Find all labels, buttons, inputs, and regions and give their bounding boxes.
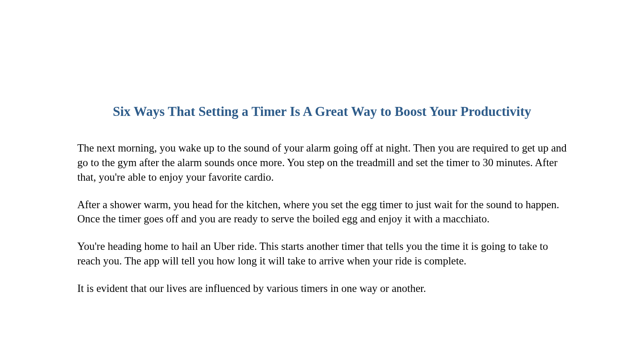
document-title: Six Ways That Setting a Timer Is A Great… <box>77 103 567 120</box>
paragraph-2: After a shower warm, you head for the ki… <box>77 197 567 227</box>
paragraph-1: The next morning, you wake up to the sou… <box>77 141 567 184</box>
paragraph-4: It is evident that our lives are influen… <box>77 281 567 296</box>
paragraph-3: You're heading home to hail an Uber ride… <box>77 239 567 268</box>
